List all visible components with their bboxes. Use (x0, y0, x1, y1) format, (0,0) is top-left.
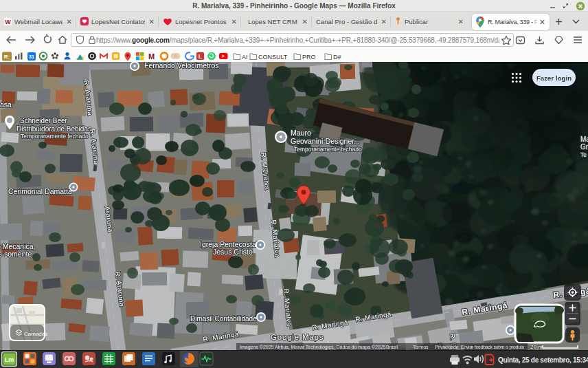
svg-text:Gr: Gr (580, 143, 588, 151)
svg-text:Fernando Velocímetros: Fernando Velocímetros (144, 62, 219, 69)
svg-text:Google Maps: Google Maps (271, 333, 324, 341)
svg-text:asa: asa (0, 100, 12, 109)
svg-text:Dimasil Contabilidade: Dimasil Contabilidade (190, 315, 257, 323)
svg-text:Temporariamente fechado: Temporariamente fechado (21, 133, 89, 140)
svg-text:Quinta, 25 de setembro, 15:34: Quinta, 25 de setembro, 15:34 (498, 356, 588, 364)
svg-text:Mauro: Mauro (291, 129, 311, 137)
svg-text:Te: Te (580, 151, 587, 158)
svg-text:R:: R: (4, 54, 10, 60)
svg-text:Fazer login: Fazer login (536, 74, 572, 82)
svg-text:L: L (199, 53, 203, 60)
svg-text:Geovanini-Designer...: Geovanini-Designer... (291, 137, 360, 145)
svg-text:Termos: Termos (413, 345, 429, 349)
svg-text:31: 31 (29, 54, 34, 59)
svg-text:Imagens ©2025 Airbus, Maxar Te: Imagens ©2025 Airbus, Maxar Technologies… (240, 344, 386, 350)
svg-text:Lm: Lm (5, 356, 14, 363)
svg-text:Distribuidora de Bebidas: Distribuidora de Bebidas (16, 125, 91, 133)
svg-text:D#: D# (333, 54, 341, 61)
svg-text:CONSULT: CONSULT (258, 54, 288, 61)
svg-text:W: W (5, 18, 11, 25)
svg-text:Privacidade: Privacidade (435, 345, 459, 349)
svg-text:Brasil: Brasil (386, 345, 398, 349)
svg-text:Schneider Beer: Schneider Beer (20, 117, 68, 125)
svg-text:Temporariamente fechado: Temporariamente fechado (294, 146, 362, 153)
svg-text:Enviar feedback sobre o produt: Enviar feedback sobre o produto (461, 345, 524, 350)
svg-text:Camadas: Camadas (24, 331, 47, 337)
svg-text:os somente: os somente (0, 250, 32, 258)
svg-text:Ma: Ma (580, 136, 588, 143)
svg-text:Cerimonial Damatta: Cerimonial Damatta (8, 187, 72, 195)
svg-text:20 m: 20 m (530, 344, 543, 350)
svg-text:AI: AI (242, 54, 248, 61)
svg-text:Jesus Cristo: Jesus Cristo (213, 248, 253, 256)
svg-text:PRO: PRO (302, 54, 316, 61)
svg-text:M: M (148, 52, 155, 61)
